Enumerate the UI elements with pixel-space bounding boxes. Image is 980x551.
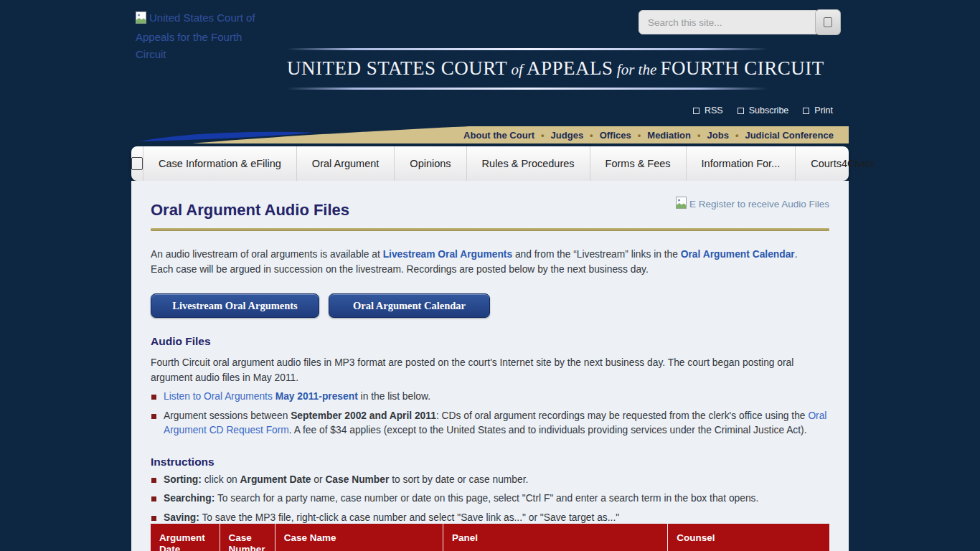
rss-icon [693,108,699,114]
nav-separator: • [735,130,739,141]
audio-files-list: Listen to Oral Arguments May 2011-presen… [151,390,829,438]
tab-oral-argument[interactable]: Oral Argument [296,146,395,181]
text-segment: Argument sessions between [164,410,291,421]
home-tab[interactable] [131,146,143,181]
text-segment: or [311,474,325,485]
intro-line-2: Each case will be argued in succession o… [151,263,829,278]
home-icon [131,157,143,170]
gold-divider [151,228,829,231]
column-header-argument-date[interactable]: Argument Date [151,524,220,551]
print-icon [803,108,809,114]
search-icon [824,17,832,27]
secondary-nav-links: About the Court • Judges • Offices • Med… [463,126,834,143]
column-header-case-number[interactable]: Case Number [220,524,275,551]
site-banner: UNITED STATES COURT of APPEALS for the F… [287,48,768,90]
text-segment: click on [202,474,240,485]
nav-separator: • [541,130,545,141]
text-segment: September 2002 and April 2011 [291,410,436,421]
tab-courts4civics[interactable]: Courts4Civics [795,146,890,181]
nav-separator: • [590,130,593,141]
column-header-counsel: Counsel [668,524,829,551]
text-link[interactable]: Livestream Oral Arguments [383,249,512,260]
text-segment: in the list below. [358,391,430,402]
intro-paragraph: An audio livestream of oral arguments is… [151,248,829,277]
text-segment: UNITED STATES COURT [287,57,507,79]
livestream-oral-arguments-button[interactable]: Livestream Oral Arguments [151,293,319,318]
text-segment: To save the MP3 file, right-click a case… [199,512,619,523]
secondary-nav-bar: About the Court • Judges • Offices • Med… [131,126,849,143]
list-item: Saving: To save the MP3 file, right-clic… [151,511,829,526]
register-audio-files-link[interactable]: E Register to receive Audio Files [676,197,829,211]
broken-image-icon [676,197,687,211]
text-segment: Each case will be argued in succession o… [151,264,649,275]
banner-rule-bottom [287,88,768,90]
banner-rule-top [287,48,768,50]
tab-rules-procedures[interactable]: Rules & Procedures [466,146,590,181]
instructions-heading: Instructions [151,456,829,468]
text-segment: Fourth Circuit oral argument audio files… [151,357,793,383]
print-link[interactable]: Print [803,105,833,116]
rss-link[interactable]: RSS [693,105,723,116]
text-segment: . A fee of $34 applies (except to the Un… [289,425,807,435]
text-segment: and from the “Livestream” links in the [512,249,681,260]
text-segment: APPEALS [527,57,613,79]
text-segment: An audio livestream of oral arguments is… [151,249,383,260]
nav-separator: • [697,130,701,141]
broken-image-icon [136,11,146,29]
utility-links: RSS Subscribe Print [693,105,833,116]
tab-opinions[interactable]: Opinions [394,146,466,181]
text-segment: . [795,249,798,260]
table-header-row: Argument Date Case Number Case Name Pane… [151,524,829,551]
nav-judges[interactable]: Judges [551,130,584,141]
text-link[interactable]: May 2011-present [275,391,358,402]
search-input[interactable] [639,10,816,34]
nav-mediation[interactable]: Mediation [647,130,691,141]
audio-files-table: Argument Date Case Number Case Name Pane… [151,524,829,551]
text-segment: Searching: [164,493,215,504]
text-segment: : CDs of oral argument recordings may be… [436,410,808,421]
text-link[interactable]: Oral Argument Calendar [681,249,795,260]
list-item: Argument sessions between September 2002… [151,409,829,438]
audio-files-heading: Audio Files [151,335,829,348]
nav-separator: • [638,130,641,141]
site-search [639,9,841,35]
list-item: Listen to Oral Arguments May 2011-presen… [151,390,829,405]
text-segment: Sorting: [164,474,202,485]
oral-argument-calendar-button[interactable]: Oral Argument Calendar [329,293,490,318]
subscribe-link[interactable]: Subscribe [738,105,789,116]
instructions-list: Sorting: click on Argument Date or Case … [151,473,829,526]
text-segment: to sort by date or case number. [389,474,528,485]
intro-line-1: An audio livestream of oral arguments is… [151,248,829,263]
text-segment: for the [613,61,661,78]
nav-offices[interactable]: Offices [600,130,631,141]
text-segment: To search for a party name, case number … [215,493,758,504]
page: United States Court of Appeals for the F… [0,0,980,551]
column-header-case-name: Case Name [275,524,443,551]
content-panel: Oral Argument Audio Files E Register to … [131,181,849,551]
subscribe-icon [738,108,744,114]
court-logo-alt-text: United States Court of Appeals for the F… [136,11,255,60]
main-nav-bar: Case Information & eFiling Oral Argument… [131,146,849,181]
nav-about-the-court[interactable]: About the Court [463,130,534,141]
nav-judicial-conference[interactable]: Judicial Conference [745,130,834,141]
tab-forms-fees[interactable]: Forms & Fees [590,146,686,181]
site-title: UNITED STATES COURT of APPEALS for the F… [287,57,768,80]
tab-case-information-efiling[interactable]: Case Information & eFiling [143,146,296,181]
audio-files-paragraph: Fourth Circuit oral argument audio files… [151,356,829,385]
text-link[interactable]: Listen to Oral Arguments [164,391,273,402]
court-logo-broken-image[interactable]: United States Court of Appeals for the F… [136,9,263,63]
cta-buttons: Livestream Oral Arguments Oral Argument … [151,293,829,318]
text-segment: Saving: [164,512,199,523]
text-segment: FOURTH CIRCUIT [661,57,824,79]
tab-information-for[interactable]: Information For... [686,146,796,181]
list-item: Sorting: click on Argument Date or Case … [151,473,829,488]
page-title: Oral Argument Audio Files [151,201,349,220]
list-item: Searching: To search for a party name, c… [151,491,829,507]
text-segment: of [507,61,527,78]
search-button[interactable] [815,9,841,35]
text-segment: Argument Date [240,474,311,485]
nav-jobs[interactable]: Jobs [707,130,729,141]
text-segment: Case Number [325,474,389,485]
column-header-panel: Panel [443,524,667,551]
